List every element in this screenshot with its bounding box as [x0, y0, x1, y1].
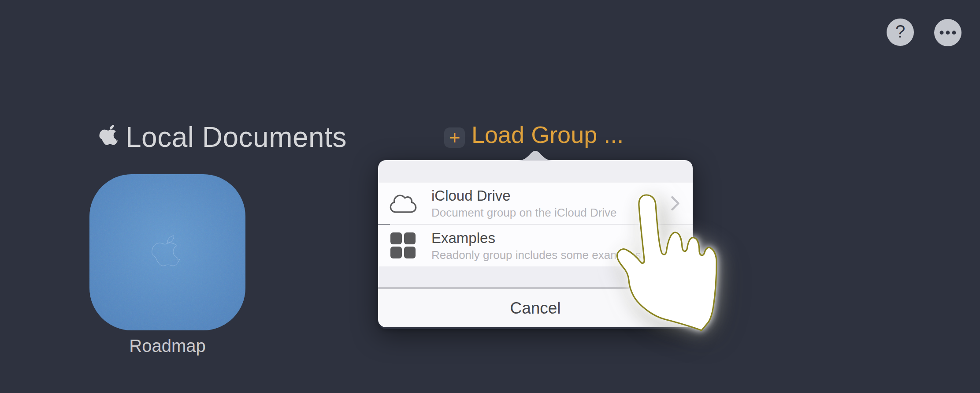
plus-icon: + [449, 128, 460, 147]
local-documents-header: Local Documents [99, 123, 347, 152]
popover-item-title: Examples [431, 229, 641, 247]
question-mark-icon: ? [895, 22, 905, 41]
document-roadmap-tile[interactable] [89, 174, 245, 330]
ellipsis-icon [938, 30, 958, 35]
document-browser-screen: { "colors": { "background": "#2e323f", "… [0, 0, 980, 393]
document-roadmap-label: Roadmap [89, 336, 245, 356]
popover-item-title: iCloud Drive [431, 187, 617, 205]
pointing-hand-cursor [612, 192, 722, 338]
more-options-button[interactable] [934, 19, 961, 46]
grid-icon [390, 232, 416, 259]
page-title: Local Documents [126, 123, 347, 152]
apple-outline-icon [152, 233, 183, 274]
add-group-button[interactable]: + [444, 127, 465, 148]
popover-item-subtitle: Readonly group includes some examples [431, 248, 641, 262]
cloud-icon [389, 193, 417, 214]
help-button[interactable]: ? [887, 19, 914, 46]
popover-header-strip [378, 160, 693, 183]
popover-arrow [518, 150, 553, 161]
load-group-title[interactable]: Load Group ... [471, 122, 624, 147]
popover-item-subtitle: Document group on the iCloud Drive [431, 206, 617, 220]
apple-logo-icon [99, 124, 120, 150]
